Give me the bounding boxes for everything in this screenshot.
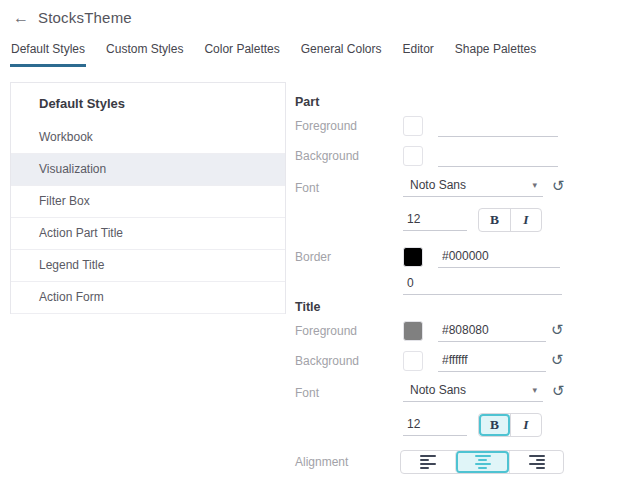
page-title: StocksTheme: [38, 9, 132, 26]
title-font-select[interactable]: Noto Sans ▾: [403, 383, 543, 402]
title-font-size-input[interactable]: [403, 415, 467, 436]
chevron-down-icon: ▾: [532, 181, 537, 192]
style-properties-panel: Part Foreground Background Font Noto San…: [295, 82, 631, 477]
sidebar-item-action-part-title[interactable]: Action Part Title: [11, 218, 285, 250]
sidebar-item-visualization[interactable]: Visualization: [11, 154, 285, 186]
title-background-label: Background: [295, 354, 403, 368]
part-foreground-value-input[interactable]: [438, 116, 558, 137]
sidebar-item-workbook[interactable]: Workbook: [11, 122, 285, 154]
title-font-label: Font: [295, 386, 403, 400]
chevron-down-icon: ▾: [532, 386, 537, 397]
align-right-icon: [529, 455, 545, 469]
part-font-label: Font: [295, 181, 403, 195]
title-font-value: Noto Sans: [410, 383, 466, 397]
align-left-button[interactable]: [401, 451, 455, 473]
part-background-label: Background: [295, 149, 403, 163]
title-alignment-group: [400, 450, 564, 474]
title-background-value-input[interactable]: [438, 351, 546, 372]
tab-editor[interactable]: Editor: [401, 42, 434, 67]
part-font-size-input[interactable]: [403, 210, 467, 231]
sidebar-item-filter-box[interactable]: Filter Box: [11, 186, 285, 218]
title-foreground-reset-button[interactable]: ↺: [551, 322, 564, 337]
title-foreground-swatch[interactable]: [403, 321, 423, 341]
part-section-heading: Part: [295, 95, 631, 111]
part-border-width-input[interactable]: [403, 274, 562, 295]
part-background-value-input[interactable]: [438, 146, 558, 167]
align-center-button[interactable]: [455, 451, 509, 473]
sidebar-heading: Default Styles: [11, 83, 285, 122]
title-font-row: Font Noto Sans ▾ ↺: [295, 376, 631, 409]
tab-general-colors[interactable]: General Colors: [300, 42, 383, 67]
title-font-size-row: B I: [295, 409, 631, 441]
title-background-swatch[interactable]: [403, 351, 423, 371]
tab-bar: Default Styles Custom Styles Color Palet…: [0, 42, 631, 67]
main-area: Default Styles Workbook Visualization Fi…: [0, 82, 631, 477]
part-font-select[interactable]: Noto Sans ▾: [403, 178, 543, 197]
title-font-reset-button[interactable]: ↺: [552, 383, 565, 398]
part-bold-button[interactable]: B: [479, 209, 510, 231]
part-border-swatch[interactable]: [403, 247, 423, 267]
tab-default-styles[interactable]: Default Styles: [10, 42, 86, 67]
part-bold-italic-group: B I: [478, 208, 542, 232]
page-header: ← StocksTheme: [0, 0, 631, 28]
part-font-row: Font Noto Sans ▾ ↺: [295, 171, 631, 204]
title-foreground-value-input[interactable]: [438, 321, 546, 342]
tab-color-palettes[interactable]: Color Palettes: [203, 42, 280, 67]
align-right-button[interactable]: [509, 451, 563, 473]
title-bold-italic-group: B I: [478, 413, 542, 437]
title-italic-button[interactable]: I: [510, 414, 541, 436]
title-alignment-row: Alignment: [295, 447, 631, 477]
part-font-value: Noto Sans: [410, 178, 466, 192]
part-border-row: Border: [295, 242, 631, 272]
part-italic-button[interactable]: I: [510, 209, 541, 231]
part-border-color-input[interactable]: [438, 247, 560, 268]
sidebar-item-legend-title[interactable]: Legend Title: [11, 250, 285, 282]
part-border-width-row: [295, 272, 631, 296]
title-background-reset-button[interactable]: ↺: [551, 352, 564, 367]
align-left-icon: [420, 455, 436, 469]
title-background-row: Background ↺: [295, 346, 631, 376]
back-arrow-icon[interactable]: ←: [13, 10, 29, 26]
tab-custom-styles[interactable]: Custom Styles: [105, 42, 184, 67]
title-section-heading: Title: [295, 300, 631, 316]
align-center-icon: [475, 455, 491, 469]
title-bold-button[interactable]: B: [479, 414, 510, 436]
part-border-label: Border: [295, 250, 403, 264]
tab-shape-palettes[interactable]: Shape Palettes: [454, 42, 537, 67]
title-foreground-row: Foreground ↺: [295, 316, 631, 346]
title-alignment-label: Alignment: [295, 455, 403, 469]
part-background-row: Background: [295, 141, 631, 171]
part-foreground-swatch[interactable]: [403, 116, 423, 136]
title-foreground-label: Foreground: [295, 324, 403, 338]
part-font-reset-button[interactable]: ↺: [552, 178, 565, 193]
part-foreground-label: Foreground: [295, 119, 403, 133]
theme-editor-window: ← StocksTheme Default Styles Custom Styl…: [0, 0, 631, 488]
sidebar-item-action-form[interactable]: Action Form: [11, 282, 285, 314]
part-font-size-row: B I: [295, 204, 631, 236]
part-background-swatch[interactable]: [403, 146, 423, 166]
styles-sidebar: Default Styles Workbook Visualization Fi…: [10, 82, 286, 314]
part-foreground-row: Foreground: [295, 111, 631, 141]
